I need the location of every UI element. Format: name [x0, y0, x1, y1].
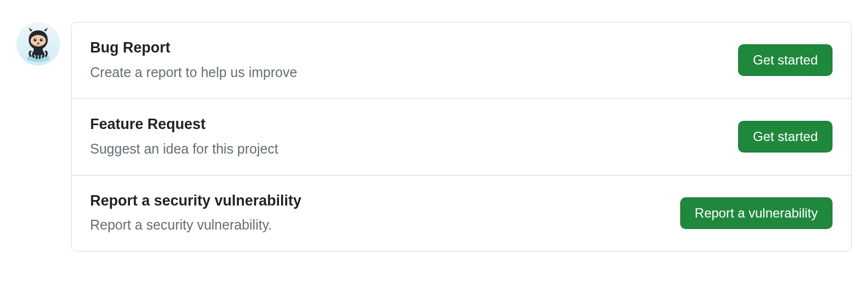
issue-template-list: Bug Report Create a report to help us im…	[71, 22, 852, 251]
get-started-button[interactable]: Get started	[738, 44, 833, 76]
get-started-button[interactable]: Get started	[738, 121, 833, 153]
report-vulnerability-button[interactable]: Report a vulnerability	[680, 197, 833, 229]
issue-template-text: Feature Request Suggest an idea for this…	[90, 115, 278, 159]
issue-template-description: Create a report to help us improve	[90, 63, 297, 82]
issue-template-bug-report: Bug Report Create a report to help us im…	[72, 22, 851, 99]
octocat-icon	[19, 25, 57, 63]
svg-point-5	[41, 39, 42, 40]
issue-template-text: Bug Report Create a report to help us im…	[90, 39, 297, 82]
user-avatar[interactable]	[16, 22, 60, 66]
issue-template-description: Report a security vulnerability.	[90, 215, 301, 235]
issue-template-title: Report a security vulnerability	[90, 192, 301, 210]
issue-template-title: Feature Request	[90, 115, 278, 134]
issue-template-feature-request: Feature Request Suggest an idea for this…	[72, 99, 851, 175]
svg-point-4	[35, 39, 36, 40]
svg-point-6	[37, 42, 39, 44]
issue-template-description: Suggest an idea for this project	[90, 139, 278, 159]
issue-template-title: Bug Report	[90, 39, 297, 57]
issue-template-container: Bug Report Create a report to help us im…	[16, 22, 852, 251]
issue-template-text: Report a security vulnerability Report a…	[90, 192, 301, 235]
issue-template-security: Report a security vulnerability Report a…	[72, 175, 851, 251]
svg-point-1	[31, 35, 46, 46]
